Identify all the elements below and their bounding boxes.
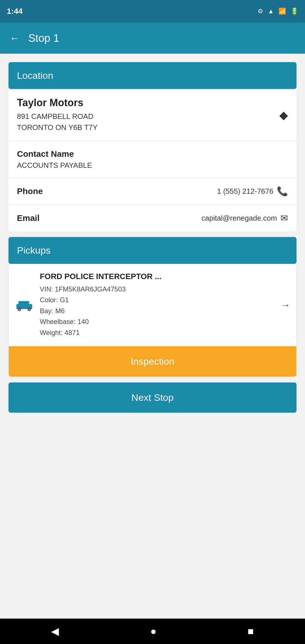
- back-nav-button[interactable]: ◀: [51, 625, 59, 637]
- status-icons: ⚙ ▲ 📶 🔋: [258, 8, 298, 15]
- svg-point-5: [29, 309, 30, 310]
- battery-icon: 🔋: [291, 8, 298, 15]
- phone-value: 1 (555) 212-7676: [217, 187, 273, 196]
- pickup-bay: Bay: M6: [40, 306, 280, 316]
- pickup-arrow-icon[interactable]: →: [280, 299, 291, 311]
- location-card: Taylor Motors 891 CAMPBELL ROAD TORONTO …: [8, 89, 297, 231]
- pickup-item-row[interactable]: FORD POLICE INTERCEPTOR ... VIN: 1FM5K8A…: [9, 264, 296, 346]
- top-bar: ← Stop 1: [0, 23, 305, 54]
- contact-name-value: ACCOUNTS PAYABLE: [17, 161, 288, 170]
- company-name: Taylor Motors: [17, 97, 279, 109]
- main-content: Location Taylor Motors 891 CAMPBELL ROAD…: [0, 54, 305, 619]
- pickup-weight: Weight: 4871: [40, 327, 280, 338]
- car-icon: [14, 298, 34, 312]
- home-nav-button[interactable]: ●: [150, 625, 156, 637]
- pickup-details: FORD POLICE INTERCEPTOR ... VIN: 1FM5K8A…: [40, 272, 280, 338]
- network-icon: 📶: [278, 8, 286, 15]
- status-time: 1:44: [7, 7, 23, 16]
- settings-icon: ⚙: [258, 8, 263, 15]
- svg-point-4: [19, 309, 20, 310]
- address-line2: TORONTO ON Y6B T7Y: [17, 122, 279, 133]
- company-address-row: Taylor Motors 891 CAMPBELL ROAD TORONTO …: [8, 89, 297, 141]
- pickup-wheelbase: Wheelbase: 140: [40, 316, 280, 327]
- location-section-header: Location: [8, 62, 297, 89]
- svg-rect-1: [18, 301, 29, 305]
- phone-label: Phone: [17, 186, 43, 196]
- back-button[interactable]: ←: [7, 29, 23, 47]
- pickup-card: FORD POLICE INTERCEPTOR ... VIN: 1FM5K8A…: [8, 264, 297, 377]
- page-title: Stop 1: [28, 32, 59, 44]
- pickup-color: Color: G1: [40, 295, 280, 305]
- navigate-icon[interactable]: ◆: [279, 108, 288, 121]
- contact-name-label: Contact Name: [17, 149, 288, 159]
- phone-icon[interactable]: 📞: [277, 186, 288, 197]
- email-label: Email: [17, 213, 40, 223]
- signal-icon: ▲: [268, 8, 274, 15]
- inspection-button[interactable]: Inspection: [9, 346, 296, 377]
- email-icon[interactable]: ✉: [280, 213, 288, 223]
- pickup-vin: VIN: 1FM5K8AR6JGA47503: [40, 284, 280, 295]
- phone-row: Phone 1 (555) 212-7676 📞: [8, 178, 297, 205]
- pickup-title: FORD POLICE INTERCEPTOR ...: [40, 272, 280, 281]
- status-bar: 1:44 ⚙ ▲ 📶 🔋: [0, 0, 305, 23]
- pickups-section-header: Pickups: [8, 237, 297, 264]
- next-stop-button[interactable]: Next Stop: [8, 382, 297, 413]
- recents-nav-button[interactable]: ■: [248, 625, 254, 637]
- bottom-nav: ◀ ● ■: [0, 619, 305, 644]
- email-row: Email capital@renegade.com ✉: [8, 205, 297, 231]
- contact-name-row: Contact Name ACCOUNTS PAYABLE: [8, 141, 297, 178]
- address-line1: 891 CAMPBELL ROAD: [17, 111, 279, 122]
- email-value: capital@renegade.com: [201, 214, 277, 223]
- car-icon-wrap: [14, 298, 34, 312]
